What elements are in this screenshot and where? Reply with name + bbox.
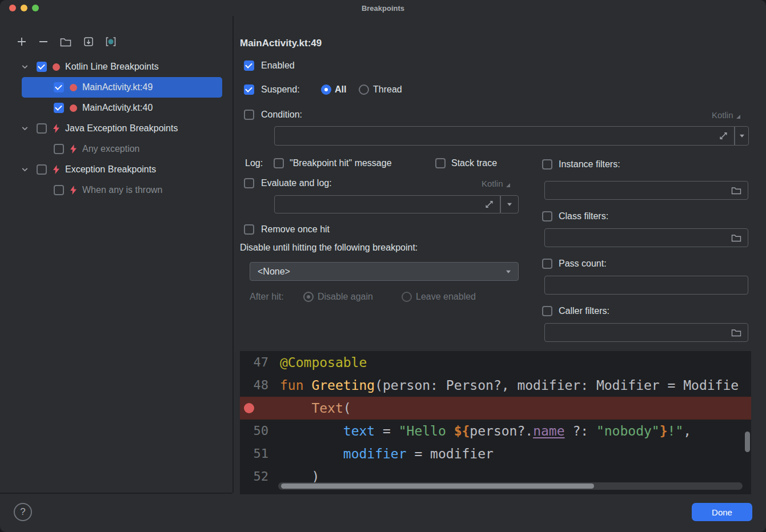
tree-item-any-exception[interactable]: Any exception (9, 139, 227, 159)
checkbox[interactable] (54, 103, 64, 113)
checkbox[interactable] (54, 144, 64, 154)
suspend-thread-radio[interactable] (359, 84, 369, 95)
code-text: @Composable (278, 351, 367, 374)
tree-item-mainactivity-49[interactable]: MainActivity.kt:49 (9, 77, 227, 98)
move-into-group-button[interactable] (82, 35, 95, 48)
breakpoint-dot-icon[interactable] (244, 403, 254, 413)
tree-item-label: Kotlin Line Breakpoints (65, 62, 159, 72)
expand-editor-icon[interactable] (719, 132, 728, 140)
add-breakpoint-button[interactable] (15, 35, 28, 48)
group-by-class-button[interactable] (105, 35, 117, 48)
tree-item-label: Any exception (82, 144, 140, 154)
tree-item-label: Java Exception Breakpoints (65, 123, 178, 134)
leave-enabled-radio[interactable] (402, 292, 412, 302)
breakpoints-dialog: Breakpoints Kotlin Line Breakpoints Main… (0, 0, 766, 532)
suspend-all-label[interactable]: All (335, 84, 346, 95)
tree-item-label: MainActivity.kt:49 (82, 82, 153, 92)
evaluate-input[interactable] (274, 195, 500, 213)
horizontal-scrollbar-thumb[interactable] (281, 483, 594, 489)
exception-breakpoint-icon (53, 165, 60, 174)
instance-filters-checkbox[interactable] (542, 159, 552, 170)
disable-until-dropdown[interactable]: <None> (250, 262, 519, 281)
condition-language-chooser[interactable]: Kotlin (712, 110, 740, 120)
evaluate-and-log-checkbox[interactable] (244, 178, 254, 188)
code-text: modifier = modifier (278, 442, 494, 465)
chevron-down-icon[interactable] (21, 63, 29, 71)
group-by-folder-button[interactable] (59, 35, 72, 48)
disable-until-label: Disable until hitting the following brea… (240, 243, 418, 253)
suspend-thread-label[interactable]: Thread (373, 84, 402, 95)
vertical-scrollbar[interactable] (745, 432, 750, 452)
caller-filters-input[interactable] (544, 323, 748, 342)
checkbox[interactable] (37, 62, 47, 72)
chevron-down-icon (507, 203, 512, 206)
expand-editor-icon[interactable] (485, 200, 494, 209)
chevron-down-icon[interactable] (21, 166, 29, 174)
tree-item-when-any-is-thrown[interactable]: When any is thrown (9, 180, 227, 200)
checkbox[interactable] (54, 185, 64, 195)
done-button[interactable]: Done (692, 503, 752, 521)
condition-checkbox[interactable] (244, 110, 254, 120)
pass-count-input[interactable] (544, 276, 748, 295)
checkbox[interactable] (37, 123, 47, 134)
tree-item-kotlin-line-breakpoints[interactable]: Kotlin Line Breakpoints (9, 57, 227, 77)
code-text: fun Greeting(person: Person?, modifier: … (278, 374, 739, 397)
instance-filters-input[interactable] (544, 181, 748, 200)
instance-filters-label: Instance filters: (559, 159, 620, 170)
code-line: 48fun Greeting(person: Person?, modifier… (240, 374, 751, 397)
checkbox[interactable] (37, 164, 47, 175)
disable-until-value: <None> (258, 267, 290, 277)
stack-trace-label: Stack trace (451, 158, 497, 168)
line-number: 48 (240, 374, 278, 397)
class-filters-label: Class filters: (559, 211, 608, 221)
condition-input[interactable] (274, 126, 735, 146)
move-to-group-icon (83, 37, 94, 47)
line-number: 52 (240, 465, 278, 488)
suspend-checkbox[interactable] (244, 84, 254, 95)
line-number (240, 397, 278, 420)
class-filters-input[interactable] (544, 228, 748, 247)
tree-item-exception-breakpoints[interactable]: Exception Breakpoints (9, 159, 227, 180)
enabled-checkbox[interactable] (244, 61, 254, 71)
log-message-checkbox[interactable] (274, 158, 284, 168)
condition-history-dropdown[interactable] (735, 126, 749, 146)
window-title: Breakpoints (0, 4, 766, 13)
code-lines: 47@Composable48fun Greeting(person: Pers… (240, 351, 751, 488)
checkbox[interactable] (54, 82, 64, 92)
tree-item-label: When any is thrown (82, 185, 163, 195)
after-hit-label: After hit: (250, 292, 284, 302)
code-text: Text( (278, 397, 351, 420)
code-line: 50 text = "Hello ${person?.name ?: "nobo… (240, 420, 751, 442)
evaluate-and-log-label: Evaluate and log: (261, 178, 332, 188)
code-text: text = "Hello ${person?.name ?: "nobody"… (278, 420, 691, 442)
line-number: 51 (240, 442, 278, 465)
remove-once-hit-checkbox[interactable] (244, 224, 254, 235)
remove-breakpoint-button[interactable] (37, 35, 50, 48)
line-number: 47 (240, 351, 278, 374)
line-breakpoint-icon (53, 63, 60, 71)
caller-filters-checkbox[interactable] (542, 306, 552, 316)
folder-icon[interactable] (731, 186, 741, 195)
suspend-all-radio[interactable] (321, 84, 331, 95)
help-button[interactable]: ? (14, 503, 32, 521)
suspend-label: Suspend: (261, 84, 300, 95)
folder-icon[interactable] (731, 328, 741, 337)
leave-enabled-label: Leave enabled (416, 292, 476, 302)
folder-icon[interactable] (731, 233, 741, 242)
evaluate-history-dropdown[interactable] (500, 195, 519, 213)
condition-label: Condition: (261, 110, 302, 120)
evaluate-language-chooser[interactable]: Kotlin (482, 179, 510, 188)
brackets-target-icon (105, 37, 117, 47)
line-breakpoint-icon (70, 84, 77, 91)
class-filters-checkbox[interactable] (542, 211, 552, 221)
pass-count-checkbox[interactable] (542, 259, 552, 269)
line-number: 50 (240, 420, 278, 442)
exception-breakpoint-icon (70, 186, 77, 195)
chevron-down-icon[interactable] (21, 124, 29, 132)
tree-item-java-exception-breakpoints[interactable]: Java Exception Breakpoints (9, 118, 227, 139)
remove-once-hit-label: Remove once hit (261, 224, 330, 235)
stack-trace-checkbox[interactable] (435, 158, 446, 168)
tree-item-label: MainActivity.kt:40 (82, 103, 153, 113)
disable-again-radio[interactable] (303, 292, 314, 302)
tree-item-mainactivity-40[interactable]: MainActivity.kt:40 (9, 98, 227, 118)
